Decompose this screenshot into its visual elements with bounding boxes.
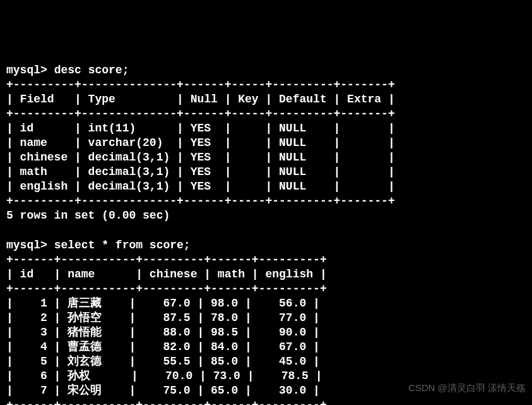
mysql-prompt: mysql> (6, 64, 47, 76)
select-row: | 3 | 猪悟能 | 88.0 | 98.5 | 90.0 | (6, 326, 320, 339)
command-desc: desc score; (54, 64, 129, 76)
desc-row: | id | int(11) | YES | | NULL | | (6, 122, 395, 135)
watermark-text: CSDN @清灵白羽 漾情天殇 (408, 382, 526, 394)
desc-row: | math | decimal(3,1) | YES | | NULL | | (6, 166, 395, 178)
select-border-mid: +------+-----------+---------+------+---… (6, 282, 327, 295)
desc-row: | chinese | decimal(3,1) | YES | | NULL … (6, 151, 395, 164)
desc-result: 5 rows in set (0.00 sec) (6, 209, 170, 222)
select-border-bot: +------+-----------+---------+------+---… (6, 399, 327, 405)
mysql-prompt: mysql> (6, 239, 47, 251)
desc-border-mid: +---------+--------------+------+-----+-… (6, 107, 395, 120)
command-select: select * from score; (54, 239, 191, 251)
desc-row: | english | decimal(3,1) | YES | | NULL … (6, 180, 395, 193)
terminal-output: mysql> desc score; +---------+----------… (6, 63, 526, 405)
select-row: | 2 | 孙悟空 | 87.5 | 78.0 | 77.0 | (6, 311, 320, 324)
desc-header-row: | Field | Type | Null | Key | Default | … (6, 93, 395, 106)
select-border-top: +------+-----------+---------+------+---… (6, 253, 327, 266)
select-row: | 1 | 唐三藏 | 67.0 | 98.0 | 56.0 | (6, 297, 320, 310)
desc-border-top: +---------+--------------+------+-----+-… (6, 78, 395, 91)
select-row: | 5 | 刘玄德 | 55.5 | 85.0 | 45.0 | (6, 355, 320, 368)
desc-border-bot: +---------+--------------+------+-----+-… (6, 195, 395, 207)
select-row: | 7 | 宋公明 | 75.0 | 65.0 | 30.0 | (6, 384, 320, 397)
desc-row: | name | varchar(20) | YES | | NULL | | (6, 136, 395, 149)
select-row: | 4 | 曹孟德 | 82.0 | 84.0 | 67.0 | (6, 341, 320, 353)
select-row: | 6 | 孙权 | 70.0 | 73.0 | 78.5 | (6, 370, 322, 382)
select-header-row: | id | name | chinese | math | english | (6, 268, 327, 281)
